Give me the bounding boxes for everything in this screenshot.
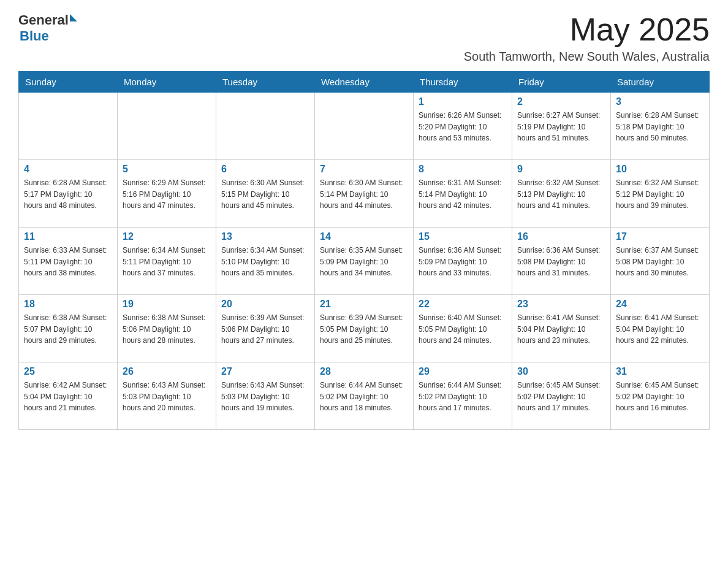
day-info: Sunrise: 6:33 AM Sunset: 5:11 PM Dayligh… [24,245,112,279]
calendar-cell: 20Sunrise: 6:39 AM Sunset: 5:06 PM Dayli… [216,295,315,362]
calendar-cell: 18Sunrise: 6:38 AM Sunset: 5:07 PM Dayli… [19,295,118,362]
day-info: Sunrise: 6:36 AM Sunset: 5:09 PM Dayligh… [419,245,507,279]
day-info: Sunrise: 6:44 AM Sunset: 5:02 PM Dayligh… [320,380,408,414]
day-of-week-header: Saturday [611,72,710,93]
calendar-cell: 10Sunrise: 6:32 AM Sunset: 5:12 PM Dayli… [611,160,710,228]
day-info: Sunrise: 6:40 AM Sunset: 5:05 PM Dayligh… [419,312,507,347]
title-block: May 2025 South Tamworth, New South Wales… [464,12,710,64]
calendar-cell: 1Sunrise: 6:26 AM Sunset: 5:20 PM Daylig… [414,93,512,160]
calendar-cell: 4Sunrise: 6:28 AM Sunset: 5:17 PM Daylig… [19,160,118,228]
day-info: Sunrise: 6:29 AM Sunset: 5:16 PM Dayligh… [123,177,211,212]
day-info: Sunrise: 6:45 AM Sunset: 5:02 PM Dayligh… [517,380,605,414]
calendar-cell: 12Sunrise: 6:34 AM Sunset: 5:11 PM Dayli… [118,228,216,295]
calendar-cell: 8Sunrise: 6:31 AM Sunset: 5:14 PM Daylig… [414,160,512,228]
day-number: 17 [616,231,704,242]
day-info: Sunrise: 6:28 AM Sunset: 5:17 PM Dayligh… [24,177,112,212]
calendar-cell: 17Sunrise: 6:37 AM Sunset: 5:08 PM Dayli… [611,228,710,295]
day-of-week-header: Wednesday [315,72,414,93]
day-number: 24 [616,299,704,310]
day-number: 22 [419,299,507,310]
day-of-week-header: Thursday [414,72,512,93]
logo-general-text: General [18,12,69,28]
day-number: 13 [221,231,309,242]
day-info: Sunrise: 6:37 AM Sunset: 5:08 PM Dayligh… [616,245,704,279]
calendar-cell: 5Sunrise: 6:29 AM Sunset: 5:16 PM Daylig… [118,160,216,228]
day-info: Sunrise: 6:34 AM Sunset: 5:11 PM Dayligh… [123,245,211,279]
calendar-cell [19,93,118,160]
day-info: Sunrise: 6:44 AM Sunset: 5:02 PM Dayligh… [419,380,507,414]
day-number: 5 [123,164,211,175]
day-info: Sunrise: 6:43 AM Sunset: 5:03 PM Dayligh… [123,380,211,414]
day-number: 28 [320,366,408,377]
calendar-cell: 11Sunrise: 6:33 AM Sunset: 5:11 PM Dayli… [19,228,118,295]
calendar-cell: 9Sunrise: 6:32 AM Sunset: 5:13 PM Daylig… [512,160,611,228]
day-info: Sunrise: 6:41 AM Sunset: 5:04 PM Dayligh… [517,312,605,347]
calendar-cell: 31Sunrise: 6:45 AM Sunset: 5:02 PM Dayli… [611,362,710,430]
page-header: General Blue May 2025 South Tamworth, Ne… [18,12,710,64]
calendar-cell: 23Sunrise: 6:41 AM Sunset: 5:04 PM Dayli… [512,295,611,362]
day-number: 1 [419,96,507,107]
calendar-cell: 13Sunrise: 6:34 AM Sunset: 5:10 PM Dayli… [216,228,315,295]
calendar-cell: 24Sunrise: 6:41 AM Sunset: 5:04 PM Dayli… [611,295,710,362]
calendar-cell [315,93,414,160]
calendar-week-row: 1Sunrise: 6:26 AM Sunset: 5:20 PM Daylig… [19,93,710,160]
day-of-week-header: Monday [118,72,216,93]
calendar-cell: 2Sunrise: 6:27 AM Sunset: 5:19 PM Daylig… [512,93,611,160]
day-number: 16 [517,231,605,242]
day-info: Sunrise: 6:30 AM Sunset: 5:14 PM Dayligh… [320,177,408,212]
day-number: 29 [419,366,507,377]
day-number: 30 [517,366,605,377]
calendar-cell: 22Sunrise: 6:40 AM Sunset: 5:05 PM Dayli… [414,295,512,362]
calendar-cell: 29Sunrise: 6:44 AM Sunset: 5:02 PM Dayli… [414,362,512,430]
day-number: 4 [24,164,112,175]
day-info: Sunrise: 6:31 AM Sunset: 5:14 PM Dayligh… [419,177,507,212]
day-number: 14 [320,231,408,242]
day-number: 18 [24,299,112,310]
day-info: Sunrise: 6:43 AM Sunset: 5:03 PM Dayligh… [221,380,309,414]
day-number: 12 [123,231,211,242]
calendar-cell: 14Sunrise: 6:35 AM Sunset: 5:09 PM Dayli… [315,228,414,295]
calendar-cell [216,93,315,160]
logo-blue-text: Blue [20,28,49,44]
calendar-cell: 27Sunrise: 6:43 AM Sunset: 5:03 PM Dayli… [216,362,315,430]
calendar-cell: 21Sunrise: 6:39 AM Sunset: 5:05 PM Dayli… [315,295,414,362]
day-info: Sunrise: 6:27 AM Sunset: 5:19 PM Dayligh… [517,110,605,144]
logo-triangle-icon [70,14,77,21]
day-number: 23 [517,299,605,310]
calendar-week-row: 18Sunrise: 6:38 AM Sunset: 5:07 PM Dayli… [19,295,710,362]
calendar-cell: 28Sunrise: 6:44 AM Sunset: 5:02 PM Dayli… [315,362,414,430]
day-number: 26 [123,366,211,377]
day-number: 3 [616,96,704,107]
day-number: 9 [517,164,605,175]
day-info: Sunrise: 6:34 AM Sunset: 5:10 PM Dayligh… [221,245,309,279]
day-info: Sunrise: 6:39 AM Sunset: 5:06 PM Dayligh… [221,312,309,347]
day-info: Sunrise: 6:39 AM Sunset: 5:05 PM Dayligh… [320,312,408,347]
day-of-week-header: Tuesday [216,72,315,93]
calendar-cell: 6Sunrise: 6:30 AM Sunset: 5:15 PM Daylig… [216,160,315,228]
day-number: 21 [320,299,408,310]
day-info: Sunrise: 6:36 AM Sunset: 5:08 PM Dayligh… [517,245,605,279]
day-number: 20 [221,299,309,310]
calendar-table: SundayMondayTuesdayWednesdayThursdayFrid… [18,71,710,430]
location-title: South Tamworth, New South Wales, Austral… [464,50,710,64]
day-info: Sunrise: 6:32 AM Sunset: 5:13 PM Dayligh… [517,177,605,212]
month-title: May 2025 [464,12,710,47]
calendar-cell: 25Sunrise: 6:42 AM Sunset: 5:04 PM Dayli… [19,362,118,430]
calendar-week-row: 25Sunrise: 6:42 AM Sunset: 5:04 PM Dayli… [19,362,710,430]
day-number: 6 [221,164,309,175]
day-number: 7 [320,164,408,175]
calendar-cell: 30Sunrise: 6:45 AM Sunset: 5:02 PM Dayli… [512,362,611,430]
day-number: 19 [123,299,211,310]
day-number: 11 [24,231,112,242]
day-number: 2 [517,96,605,107]
calendar-week-row: 4Sunrise: 6:28 AM Sunset: 5:17 PM Daylig… [19,160,710,228]
calendar-header-row: SundayMondayTuesdayWednesdayThursdayFrid… [19,72,710,93]
day-info: Sunrise: 6:30 AM Sunset: 5:15 PM Dayligh… [221,177,309,212]
day-number: 25 [24,366,112,377]
day-of-week-header: Friday [512,72,611,93]
day-info: Sunrise: 6:45 AM Sunset: 5:02 PM Dayligh… [616,380,704,414]
day-info: Sunrise: 6:26 AM Sunset: 5:20 PM Dayligh… [419,110,507,144]
day-number: 10 [616,164,704,175]
calendar-cell: 16Sunrise: 6:36 AM Sunset: 5:08 PM Dayli… [512,228,611,295]
calendar-cell: 3Sunrise: 6:28 AM Sunset: 5:18 PM Daylig… [611,93,710,160]
